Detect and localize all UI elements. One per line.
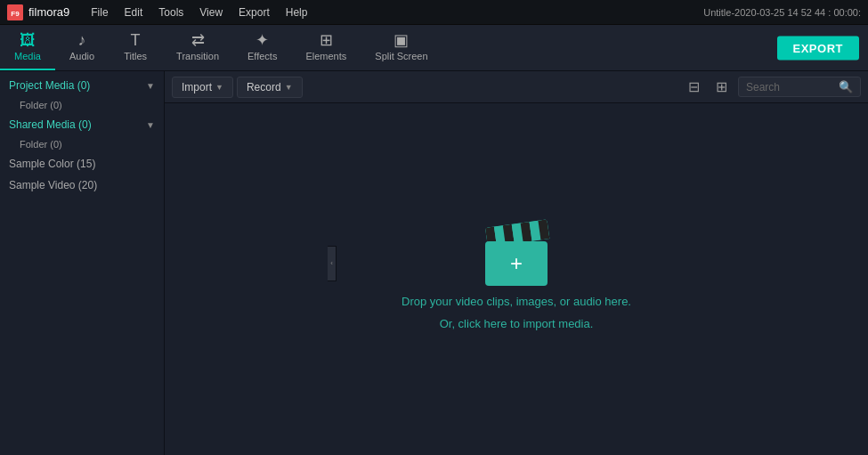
sidebar-collapse-handle[interactable]: ‹ bbox=[328, 246, 337, 281]
record-button[interactable]: Record ▼ bbox=[237, 77, 303, 98]
effects-icon: ✦ bbox=[256, 32, 269, 48]
search-input[interactable] bbox=[746, 81, 835, 93]
search-icon: 🔍 bbox=[839, 80, 853, 93]
toolbar-btn-titles[interactable]: TTitles bbox=[109, 25, 162, 70]
transition-icon: ⇄ bbox=[191, 32, 205, 48]
main-toolbar: 🖼Media♪AudioTTitles⇄Transition✦Effects⊞E… bbox=[0, 25, 868, 71]
import-button[interactable]: Import ▼ bbox=[172, 77, 233, 98]
drop-text-line2: Or, click here to import media. bbox=[440, 317, 594, 330]
splitscreen-icon: ▣ bbox=[393, 32, 409, 48]
export-button[interactable]: EXPORT bbox=[777, 36, 859, 60]
toolbar-btn-audio[interactable]: ♪Audio bbox=[55, 25, 109, 70]
media-label: Media bbox=[14, 51, 41, 61]
titles-label: Titles bbox=[124, 51, 147, 61]
toolbar-btn-splitscreen[interactable]: ▣Split Screen bbox=[361, 25, 442, 70]
content-area: Import ▼ Record ▼ ⊟ ⊞ 🔍 bbox=[165, 71, 868, 455]
toolbar-btn-media[interactable]: 🖼Media bbox=[0, 25, 55, 70]
sidebar-group-label: Project Media (0) bbox=[9, 79, 90, 92]
menu-item-edit[interactable]: Edit bbox=[118, 4, 150, 20]
sidebar-item[interactable]: Sample Video (20) bbox=[0, 175, 164, 196]
title-bar-left: F9 filmora9 FileEditToolsViewExportHelp bbox=[7, 4, 314, 20]
drop-text-line1: Drop your video clips, images, or audio … bbox=[402, 295, 631, 308]
menu-item-view[interactable]: View bbox=[192, 4, 230, 20]
sidebar-item[interactable]: Sample Color (15) bbox=[0, 153, 164, 175]
sidebar-group-shared-media-(0)[interactable]: Shared Media (0)▼ bbox=[0, 114, 164, 135]
sidebar-child-item[interactable]: Folder (0) bbox=[0, 135, 164, 153]
record-chevron-icon: ▼ bbox=[285, 83, 293, 92]
menu-item-help[interactable]: Help bbox=[279, 4, 315, 20]
svg-text:F9: F9 bbox=[11, 10, 20, 18]
menu-bar: FileEditToolsViewExportHelp bbox=[84, 4, 314, 20]
toolbar-btn-transition[interactable]: ⇄Transition bbox=[162, 25, 233, 70]
toolbar-btn-elements[interactable]: ⊞Elements bbox=[291, 25, 361, 70]
sidebar-child-item[interactable]: Folder (0) bbox=[0, 96, 164, 114]
toolbar-btn-effects[interactable]: ✦Effects bbox=[233, 25, 291, 70]
transition-label: Transition bbox=[176, 51, 219, 61]
logo-area: F9 filmora9 bbox=[7, 4, 69, 20]
title-bar: F9 filmora9 FileEditToolsViewExportHelp … bbox=[0, 0, 868, 25]
audio-icon: ♪ bbox=[78, 32, 86, 48]
menu-item-tools[interactable]: Tools bbox=[151, 4, 191, 20]
import-chevron-icon: ▼ bbox=[215, 83, 223, 92]
import-label: Import bbox=[182, 81, 212, 93]
filter-button[interactable]: ⊟ bbox=[683, 77, 705, 97]
sidebar: Project Media (0)▼Folder (0)Shared Media… bbox=[0, 71, 165, 455]
drop-zone[interactable]: + Drop your video clips, images, or audi… bbox=[165, 103, 868, 455]
logo-icon: F9 bbox=[7, 4, 23, 20]
splitscreen-label: Split Screen bbox=[375, 51, 427, 61]
chevron-down-icon: ▼ bbox=[146, 120, 155, 130]
titles-icon: T bbox=[131, 32, 141, 48]
clapperboard-icon: + bbox=[485, 228, 548, 286]
search-box: 🔍 bbox=[738, 77, 861, 97]
content-toolbar-right: ⊟ ⊞ 🔍 bbox=[683, 77, 861, 97]
main-area: Project Media (0)▼Folder (0)Shared Media… bbox=[0, 71, 868, 455]
sidebar-group-label: Shared Media (0) bbox=[9, 118, 92, 131]
content-toolbar: Import ▼ Record ▼ ⊟ ⊞ 🔍 bbox=[165, 71, 868, 103]
menu-item-export[interactable]: Export bbox=[231, 4, 277, 20]
sidebar-group-project-media-(0)[interactable]: Project Media (0)▼ bbox=[0, 75, 164, 96]
elements-icon: ⊞ bbox=[320, 32, 333, 48]
audio-label: Audio bbox=[69, 51, 94, 61]
record-label: Record bbox=[247, 81, 281, 93]
chevron-down-icon: ▼ bbox=[146, 81, 155, 91]
view-toggle-button[interactable]: ⊞ bbox=[710, 77, 733, 97]
app-name: filmora9 bbox=[28, 5, 69, 19]
elements-label: Elements bbox=[305, 51, 346, 61]
window-title: Untitle-2020-03-25 14 52 44 : 00:00: bbox=[703, 7, 861, 18]
effects-label: Effects bbox=[247, 51, 277, 61]
menu-item-file[interactable]: File bbox=[84, 4, 115, 20]
media-icon: 🖼 bbox=[20, 32, 36, 48]
